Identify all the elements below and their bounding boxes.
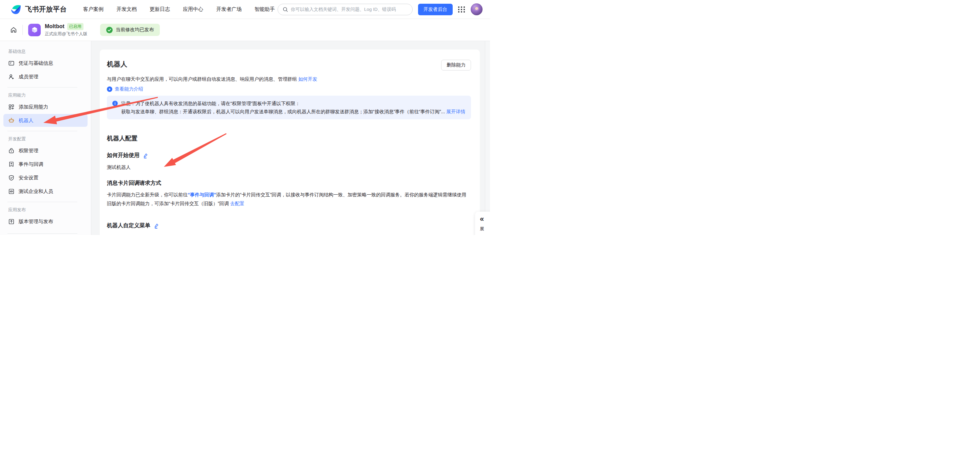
user-avatar[interactable]	[471, 3, 482, 15]
bot-description-text: 与用户在聊天中交互的应用，可以向用户或群组自动发送消息、响应用户的消息、管理群组	[107, 76, 298, 82]
app-name: Moltbot	[45, 24, 64, 30]
divider	[8, 131, 77, 131]
nav-app-center[interactable]: 应用中心	[183, 6, 203, 13]
section-app-release: 应用发布	[8, 207, 91, 213]
bot-description: 与用户在聊天中交互的应用，可以向用户或群组自动发送消息、响应用户的消息、管理群组…	[107, 75, 471, 83]
delete-capability-button[interactable]: 删除能力	[441, 60, 471, 70]
sidebar: 基础信息 凭证与基础信息 成员管理 应用能力	[0, 41, 91, 235]
sidebar-item-add-capability[interactable]: 添加应用能力	[3, 100, 88, 113]
info-icon	[112, 99, 118, 116]
sidebar-item-label: 成员管理	[19, 74, 38, 80]
platform-logo[interactable]: 飞书开放平台	[10, 5, 67, 14]
view-capability-intro-link[interactable]: 查看能力介绍	[115, 86, 143, 92]
permission-notice-box: 注意：为了使机器人具有收发消息的基础功能，请在“权限管理”面板中开通以下权限： …	[107, 95, 471, 119]
custom-menu-paragraph: 开启机器人菜单能力后，用户可以在与机器人的单聊中访问菜单，更高效地使用机器人功能…	[107, 234, 471, 235]
chevron-left-icon: «	[480, 215, 484, 223]
code-icon	[8, 188, 14, 195]
sidebar-item-permissions[interactable]: 权限管理	[3, 144, 88, 157]
lark-logo-icon	[10, 5, 22, 14]
divider	[22, 25, 23, 35]
sidebar-item-label: 事件与回调	[19, 161, 43, 168]
sidebar-item-test-company[interactable]: 测试企业和人员	[3, 185, 88, 198]
sidebar-item-bot[interactable]: 机器人	[3, 114, 88, 127]
how-to-start-row: 如何开始使用	[107, 152, 471, 159]
custom-menu-row: 机器人自定义菜单	[107, 222, 471, 229]
sidebar-item-label: 权限管理	[19, 148, 38, 154]
global-search[interactable]	[278, 4, 413, 15]
sidebar-item-events-callbacks[interactable]: 事件与回调	[3, 158, 88, 171]
top-navigation-bar: 飞书开放平台 客户案例 开发文档 更新日志 应用中心 开发者广场 智能助手 开发…	[0, 0, 490, 19]
topbar-right: 开发者后台	[278, 3, 482, 15]
divider	[8, 87, 77, 87]
developer-console-button[interactable]: 开发者后台	[418, 4, 453, 15]
person-add-icon	[8, 74, 14, 80]
test-bot-text: 测试机器人	[107, 165, 471, 171]
section-app-capability: 应用能力	[8, 92, 91, 98]
callback-text-1: 卡片回调能力已全新升级，你可以前往	[107, 192, 188, 197]
page-title: 机器人	[107, 60, 127, 69]
how-to-develop-link[interactable]: 如何开发	[298, 76, 317, 82]
publish-status-text: 当前修改均已发布	[116, 27, 154, 33]
app-header-bar: Moltbot 已启用 正式应用@飞书个人版 当前修改均已发布	[0, 19, 490, 41]
events-callbacks-link[interactable]: “事件与回调”	[188, 192, 216, 197]
sidebar-item-label: 添加应用能力	[19, 104, 48, 110]
section-dev-config: 开发配置	[8, 136, 91, 142]
expand-details-link[interactable]: 展开详情	[446, 109, 465, 114]
edit-pencil-icon[interactable]	[143, 152, 149, 158]
search-icon	[283, 7, 288, 12]
grid-plus-icon	[8, 104, 14, 110]
app-meta: Moltbot 已启用 正式应用@飞书个人版	[45, 23, 87, 37]
page: 飞书开放平台 客户案例 开发文档 更新日志 应用中心 开发者广场 智能助手 开发…	[0, 0, 490, 235]
nav-ai-assistant[interactable]: 智能助手	[255, 6, 275, 13]
sidebar-item-security[interactable]: 安全设置	[3, 171, 88, 184]
bot-capability-card: 机器人 删除能力 与用户在聊天中交互的应用，可以向用户或群组自动发送消息、响应用…	[100, 49, 480, 235]
sidebar-item-members[interactable]: 成员管理	[3, 70, 88, 83]
sidebar-item-label: 测试企业和人员	[19, 188, 53, 195]
collapsed-panel-strip	[485, 41, 490, 235]
sidebar-item-label: 机器人	[19, 118, 33, 124]
how-to-start-title: 如何开始使用	[107, 152, 140, 159]
section-basic-info: 基础信息	[8, 49, 91, 55]
lock-icon	[8, 148, 14, 154]
play-circle-icon	[107, 86, 112, 92]
card-callback-title: 消息卡片回调请求方式	[107, 180, 471, 187]
home-button[interactable]	[8, 24, 20, 36]
sidebar-item-label: 安全设置	[19, 175, 38, 181]
sidebar-item-version-release[interactable]: 版本管理与发布	[3, 215, 88, 228]
sidebar-item-credentials[interactable]: 凭证与基础信息	[3, 57, 88, 70]
sidebar-item-label: 凭证与基础信息	[19, 60, 53, 67]
bot-config-heading: 机器人配置	[107, 134, 471, 143]
notice-line-1: 注意：为了使机器人具有收发消息的基础功能，请在“权限管理”面板中开通以下权限：	[121, 99, 465, 108]
id-card-icon	[8, 60, 14, 67]
app-icon[interactable]	[28, 24, 41, 36]
nav-changelog[interactable]: 更新日志	[150, 6, 170, 13]
enabled-status-badge: 已启用	[67, 23, 83, 30]
apps-grid-icon[interactable]	[458, 6, 465, 13]
capability-intro-row[interactable]: 查看能力介绍	[107, 86, 471, 92]
nav-dev-docs[interactable]: 开发文档	[116, 6, 137, 13]
expand-panel-label: 展	[480, 226, 484, 232]
search-input[interactable]	[291, 7, 407, 12]
nav-developer-plaza[interactable]: 开发者广场	[216, 6, 242, 13]
app-subtitle: 正式应用@飞书个人版	[45, 31, 87, 37]
edit-pencil-icon[interactable]	[154, 223, 159, 229]
notice-line-2-text: 获取与发送单聊、群组消息：开通该权限后，机器人可以向用户发送单聊消息，或向机器人…	[121, 109, 446, 114]
expand-panel-button[interactable]: « 展	[475, 211, 490, 235]
robot-icon	[8, 118, 14, 124]
check-circle-icon	[106, 27, 113, 33]
custom-menu-title: 机器人自定义菜单	[107, 222, 150, 229]
nav-customer-cases[interactable]: 客户案例	[83, 6, 103, 13]
shield-check-icon	[8, 175, 14, 181]
upload-icon	[8, 218, 14, 225]
main-content: 机器人 删除能力 与用户在聊天中交互的应用，可以向用户或群组自动发送消息、响应用…	[91, 41, 490, 235]
publish-status-pill: 当前修改均已发布	[100, 24, 160, 36]
card-callback-paragraph: 卡片回调能力已全新升级，你可以前往“事件与回调”添加卡片的“卡片回传交互”回调，…	[107, 190, 471, 208]
top-nav-menu: 客户案例 开发文档 更新日志 应用中心 开发者广场 智能助手	[83, 6, 275, 13]
notice-line-2: 获取与发送单聊、群组消息：开通该权限后，机器人可以向用户发送单聊消息，或向机器人…	[121, 108, 465, 116]
sidebar-item-label: 版本管理与发布	[19, 218, 53, 225]
platform-title: 飞书开放平台	[25, 5, 67, 14]
bookmark-plus-icon	[8, 161, 14, 168]
go-configure-link[interactable]: 去配置	[230, 201, 244, 206]
